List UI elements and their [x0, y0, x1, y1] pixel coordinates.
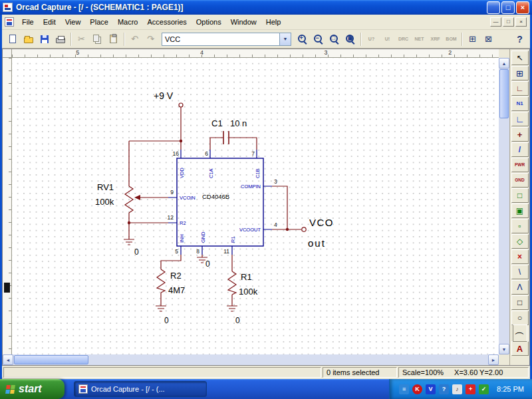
rv1-value-label[interactable]: 100k [95, 197, 114, 207]
menu-help[interactable]: Help [261, 16, 286, 28]
r2-value-label[interactable]: 4M7 [168, 285, 185, 295]
power-symbol[interactable] [179, 103, 183, 107]
place-line-tool[interactable]: \ [511, 265, 529, 279]
minimize-button[interactable]: _ [487, 1, 500, 14]
zoom-out-button[interactable]: − [311, 32, 326, 47]
select-tool[interactable]: ↖ [511, 51, 529, 65]
taskbar-clock[interactable]: 8:25 PM [497, 385, 524, 393]
paste-button[interactable] [106, 32, 121, 47]
maximize-button[interactable]: □ [501, 1, 515, 14]
ground-symbol[interactable] [156, 306, 166, 311]
tray-v-icon[interactable]: V [426, 384, 436, 394]
zoom-all-button[interactable]: ▣ [342, 32, 358, 47]
place-hierarchical-port-tool[interactable]: ▣ [511, 203, 529, 218]
tool-palette: ↖ ⊞ ∟ N1 ∟ + / PWR GND □ ▣ ▫ ◇ × \ Λ □ ○… [509, 49, 529, 365]
save-button[interactable] [37, 32, 52, 47]
tray-app-icon[interactable]: ≡ [399, 384, 409, 394]
menu-place[interactable]: Place [85, 16, 113, 28]
menu-file[interactable]: File [17, 16, 39, 28]
tray-volume-icon[interactable]: ♪ [452, 384, 462, 394]
drc-button[interactable]: DRC [396, 32, 411, 47]
vco-port-label[interactable]: VCO [309, 217, 334, 228]
place-ground-tool[interactable]: GND [511, 173, 529, 188]
r1-resistor[interactable] [228, 271, 236, 295]
net-combo-box[interactable]: VCC ▼ [162, 33, 291, 46]
scroll-left-icon[interactable]: ◄ [3, 354, 13, 365]
r1-ref-label[interactable]: R1 [241, 272, 252, 282]
menu-accessories[interactable]: Accessories [142, 16, 191, 28]
redo-button[interactable]: ↷ [143, 32, 158, 47]
scroll-down-icon[interactable]: ▼ [499, 344, 509, 354]
close-button[interactable]: × [516, 1, 529, 14]
new-button[interactable] [5, 32, 20, 47]
tray-help-icon[interactable]: ? [439, 384, 449, 394]
place-arc-tool[interactable]: ( [513, 325, 527, 342]
vertical-scrollbar[interactable]: ▲ ▼ [499, 58, 509, 354]
place-part-tool[interactable]: ⊞ [511, 66, 529, 80]
place-no-connect-tool[interactable]: × [511, 249, 529, 264]
vertical-scroll-thumb[interactable] [499, 69, 509, 118]
area-select-button[interactable]: ⊠ [481, 32, 496, 47]
menu-options[interactable]: Options [192, 16, 226, 28]
place-text-tool[interactable]: A [511, 341, 529, 356]
rv1-potentiometer[interactable] [125, 186, 133, 213]
cut-button[interactable]: ✂ [74, 32, 89, 47]
bom-button[interactable]: BOM [444, 32, 459, 47]
place-hierarchical-block-tool[interactable]: □ [511, 188, 529, 203]
start-button[interactable]: start [0, 379, 65, 399]
help-button[interactable]: ? [512, 32, 527, 47]
zoom-area-button[interactable]: □ [327, 32, 342, 47]
place-ellipse-tool[interactable]: ○ [511, 311, 529, 325]
vco-port-circle[interactable] [302, 227, 306, 231]
place-junction-tool[interactable]: + [511, 127, 529, 142]
junction-dot [286, 228, 289, 231]
r2-resistor[interactable] [157, 269, 165, 293]
annotate-button[interactable]: U? [364, 32, 379, 47]
tray-status-icon[interactable]: ✓ [479, 384, 489, 394]
mdi-restore-button[interactable]: □ [503, 17, 514, 27]
place-bus-tool[interactable]: ∟ [511, 112, 529, 126]
tray-antivirus-icon[interactable]: K [412, 384, 422, 394]
horizontal-scroll-thumb[interactable] [14, 355, 88, 364]
zoom-in-button[interactable]: + [295, 32, 310, 47]
scroll-up-icon[interactable]: ▲ [499, 58, 509, 68]
back-annotate-button[interactable]: U! [380, 32, 395, 47]
place-rectangle-tool[interactable]: □ [511, 295, 529, 310]
place-bus-entry-tool[interactable]: / [511, 142, 529, 157]
print-button[interactable] [53, 32, 68, 47]
schematic-canvas[interactable]: +9 V C1 10 n RV1 100k R2 4M7 R1 100k VCO… [12, 58, 499, 354]
power-net-label[interactable]: +9 V [154, 90, 174, 101]
menu-view[interactable]: View [61, 16, 86, 28]
horizontal-scrollbar[interactable]: ◄ ► [3, 354, 499, 365]
place-off-page-connector-tool[interactable]: ◇ [511, 234, 529, 249]
orcad-task-button[interactable]: Orcad Capture - [/ - (... [74, 381, 207, 397]
scroll-right-icon[interactable]: ► [488, 354, 499, 365]
rv1-ref-label[interactable]: RV1 [97, 182, 114, 192]
tray-alert-icon[interactable]: + [466, 384, 475, 394]
open-button[interactable] [21, 32, 36, 47]
place-wire-tool[interactable]: ∟ [511, 81, 529, 96]
r2-ref-label[interactable]: R2 [170, 271, 182, 281]
ground-symbol[interactable] [227, 306, 237, 311]
place-power-tool[interactable]: PWR [511, 158, 529, 172]
r1-value-label[interactable]: 100k [239, 287, 258, 297]
place-hierarchical-pin-tool[interactable]: ▫ [511, 219, 529, 233]
menu-macro[interactable]: Macro [113, 16, 143, 28]
c1-value-label[interactable]: 10 n [230, 118, 247, 128]
c1-capacitor[interactable] [223, 131, 229, 144]
snap-to-grid-button[interactable]: ⊞ [465, 32, 480, 47]
vco-port-label-2[interactable]: out [308, 237, 326, 249]
ground-symbol[interactable] [124, 239, 134, 245]
combo-dropdown-icon[interactable]: ▼ [279, 33, 291, 45]
menu-edit[interactable]: Edit [39, 16, 61, 28]
mdi-close-button[interactable]: × [515, 17, 527, 27]
undo-button[interactable]: ↶ [127, 32, 142, 47]
mdi-minimize-button[interactable]: — [490, 17, 501, 27]
place-net-alias-tool[interactable]: N1 [511, 96, 529, 111]
place-polyline-tool[interactable]: Λ [511, 280, 529, 295]
copy-button[interactable] [90, 32, 105, 47]
netlist-button[interactable]: NET [412, 32, 427, 47]
c1-ref-label[interactable]: C1 [211, 118, 223, 128]
menu-window[interactable]: Window [226, 16, 261, 28]
cross-reference-button[interactable]: XRF [428, 32, 443, 47]
